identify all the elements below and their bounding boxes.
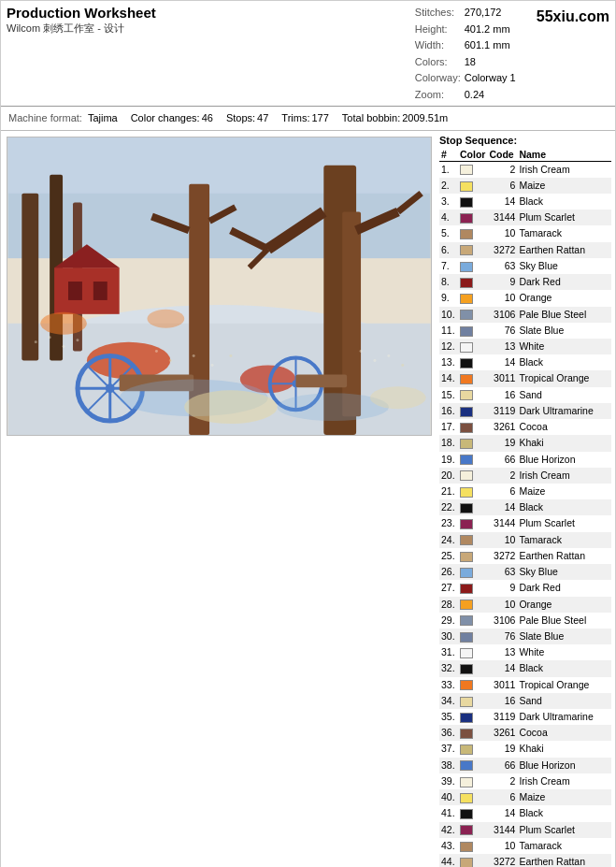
row-num: 36. [439,725,458,741]
row-code: 14 [487,805,517,821]
table-row: 43.10Tamarack [439,838,611,854]
row-swatch [458,452,487,468]
row-swatch [458,370,487,386]
row-num: 10. [439,307,458,323]
row-name: Tamarack [517,532,611,548]
colors-value: 18 [463,54,518,71]
svg-rect-17 [54,267,120,314]
row-code: 2 [487,468,517,484]
row-swatch [458,805,487,821]
row-num: 1. [439,161,458,178]
embroidery-svg [7,137,431,435]
row-num: 29. [439,613,458,629]
row-code: 10 [487,290,517,306]
row-name: White [517,339,611,354]
table-row: 22.14Black [439,499,611,515]
table-row: 5.10Tamarack [439,225,611,241]
table-row: 17.3261Cocoa [439,419,611,435]
row-num: 35. [439,709,458,725]
row-name: Cocoa [517,725,611,741]
svg-point-52 [184,390,277,424]
table-row: 24.10Tamarack [439,532,611,548]
row-name: Maize [517,178,611,194]
colors-label: Colors: [413,54,463,71]
row-name: Dark Ultramarine [517,709,611,725]
total-bobbin-label: Total bobbin: [331,110,400,126]
row-code: 63 [487,564,517,580]
row-name: Earthen Rattan [517,242,611,258]
table-row: 14.3011Tropical Orange [439,370,611,386]
row-num: 15. [439,387,458,403]
row-name: Pale Blue Steel [517,307,611,323]
row-num: 30. [439,629,458,644]
row-name: Sky Blue [517,258,611,274]
row-num: 42. [439,822,458,838]
row-swatch [458,387,487,403]
row-swatch [458,822,487,838]
row-code: 14 [487,194,517,210]
row-swatch [458,210,487,225]
col-header-num: # [439,148,458,162]
row-name: Black [517,805,611,821]
row-num: 41. [439,805,458,821]
row-code: 3106 [487,613,517,629]
table-row: 28.10Orange [439,597,611,613]
page-subtitle: Wilcom 刺绣工作室 - 设计 [7,22,413,36]
row-swatch [458,709,487,725]
table-row: 11.76Slate Blue [439,323,611,339]
table-row: 32.14Black [439,660,611,676]
row-swatch [458,789,487,805]
col-header-name: Name [517,148,611,162]
row-name: White [517,644,611,660]
row-code: 10 [487,838,517,854]
row-swatch [458,854,487,867]
row-code: 76 [487,629,517,644]
row-swatch [458,515,487,531]
row-name: Cocoa [517,419,611,435]
svg-rect-20 [93,282,107,300]
col-header-code: Code [487,148,517,162]
table-row: 39.2Irish Cream [439,773,611,789]
row-num: 3. [439,194,458,210]
row-name: Khaki [517,435,611,451]
row-num: 43. [439,838,458,854]
row-swatch [458,323,487,339]
row-swatch [458,178,487,194]
row-num: 5. [439,225,458,241]
color-table: # Color Code Name 1.2Irish Cream2.6Maize… [439,148,611,867]
color-changes-label: Color changes: [120,110,200,126]
row-swatch [458,435,487,451]
table-row: 15.16Sand [439,387,611,403]
row-name: Tropical Orange [517,370,611,386]
row-name: Slate Blue [517,629,611,644]
table-row: 4.3144Plum Scarlet [439,210,611,225]
machine-info-table: Machine format: Tajima Color changes: 46… [7,108,450,128]
row-code: 6 [487,178,517,194]
row-name: Maize [517,789,611,805]
table-row: 41.14Black [439,805,611,821]
row-swatch [458,419,487,435]
row-name: Dark Red [517,580,611,596]
svg-point-46 [387,354,390,357]
row-num: 2. [439,178,458,194]
svg-point-44 [360,350,363,353]
row-code: 13 [487,339,517,354]
row-num: 17. [439,419,458,435]
row-name: Plum Scarlet [517,515,611,531]
stitches-label: Stitches: [413,5,463,22]
svg-point-37 [63,345,65,348]
row-name: Khaki [517,741,611,757]
header-left: Production Worksheet Wilcom 刺绣工作室 - 设计 [7,5,413,104]
table-row: 25.3272Earthen Rattan [439,548,611,564]
row-name: Orange [517,597,611,613]
svg-rect-1 [7,137,430,194]
table-row: 35.3119Dark Ultramarine [439,709,611,725]
embroidery-image [7,137,432,436]
row-name: Maize [517,484,611,499]
row-swatch [458,629,487,644]
svg-rect-34 [295,374,347,387]
zoom-value: 0.24 [463,87,518,104]
row-num: 22. [439,499,458,515]
table-row: 9.10Orange [439,290,611,306]
row-name: Irish Cream [517,161,611,178]
